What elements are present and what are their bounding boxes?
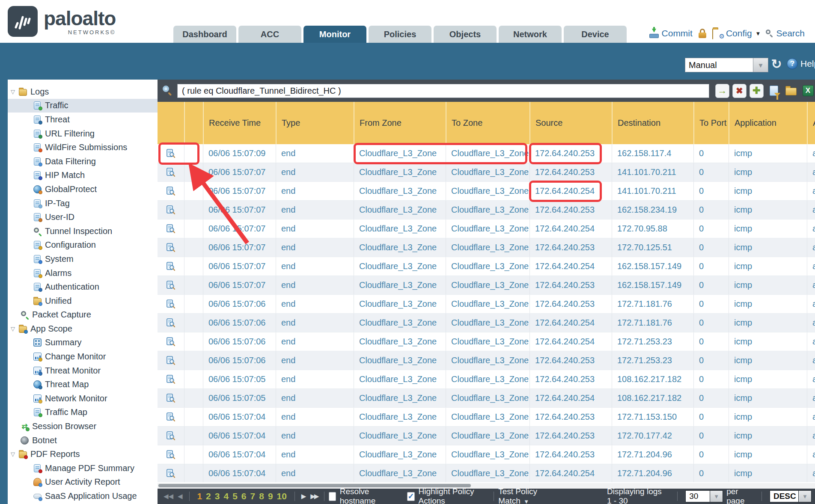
cell-from-zone[interactable]: Cloudflare_L3_Zone [354,427,446,445]
cell-type[interactable]: end [276,389,354,407]
cell-type[interactable]: end [276,351,354,370]
cell-receive-time[interactable]: 06/06 15:07:07 [203,163,276,181]
cell-action[interactable]: a [807,370,815,388]
cell-action[interactable]: a [807,427,815,445]
cell-receive-time[interactable]: 06/06 15:07:04 [203,464,276,482]
column-header-to-zone[interactable]: To Zone [446,102,529,144]
cell-destination[interactable]: 108.162.217.182 [612,389,693,407]
cell-to-zone[interactable]: Cloudflare_L3_Zone [446,408,529,426]
cell-from-zone[interactable]: Cloudflare_L3_Zone [354,370,446,388]
sort-order-arrow-icon[interactable]: ▼ [799,490,812,502]
log-detail-icon[interactable] [158,370,184,388]
cell-receive-time[interactable]: 06/06 15:07:04 [203,427,276,445]
cell-destination[interactable]: 172.71.253.23 [612,332,693,351]
column-header-destination[interactable]: Destination [612,102,693,144]
cell-source[interactable]: 172.64.240.253 [529,427,612,445]
page-number-1[interactable]: 1 [197,491,202,501]
cell-type[interactable]: end [276,370,354,388]
cell-receive-time[interactable]: 06/06 15:07:09 [203,144,276,163]
cell-destination[interactable]: 172.71.204.96 [612,464,693,482]
cell-receive-time[interactable]: 06/06 15:07:07 [203,257,276,276]
cell-action[interactable]: a [807,219,815,238]
last-page-button[interactable]: ▶▶ [310,492,318,500]
cell-to-zone[interactable]: Cloudflare_L3_Zone [446,445,529,464]
cell-from-zone[interactable]: Cloudflare_L3_Zone [354,332,446,351]
filter-query-input[interactable] [177,84,709,98]
cell-application[interactable]: icmp [729,370,807,388]
cell-to-port[interactable]: 0 [693,427,729,445]
cell-to-port[interactable]: 0 [693,445,729,464]
sidebar-item-globalprotect[interactable]: GlobalProtect [8,182,158,196]
tab-dashboard[interactable]: Dashboard [173,26,236,43]
cell-to-port[interactable]: 0 [693,370,729,388]
cell-receive-time[interactable]: 06/06 15:07:05 [203,389,276,407]
tree-expander-icon[interactable]: ▽ [9,326,16,332]
cell-action[interactable]: a [807,389,815,407]
lock-icon[interactable] [699,29,706,38]
page-number-3[interactable]: 3 [215,491,220,501]
cell-destination[interactable]: 108.162.217.182 [612,370,693,388]
clear-filter-button[interactable]: ✖ [732,84,747,98]
cell-destination[interactable]: 162.158.117.4 [612,144,693,163]
add-filter-button[interactable]: ✚ [750,84,764,98]
cell-type[interactable]: end [276,314,354,332]
save-filter-button[interactable] [767,84,781,98]
cell-destination[interactable]: 172.70.125.51 [612,238,693,257]
sidebar-item-threat-map[interactable]: Threat Map [8,377,158,391]
cell-application[interactable]: icmp [729,332,807,351]
cell-type[interactable]: end [276,219,354,238]
log-detail-icon[interactable] [158,257,184,276]
cell-type[interactable]: end [276,464,354,482]
page-number-5[interactable]: 5 [232,491,238,501]
cell-to-port[interactable]: 0 [693,182,729,200]
cell-application[interactable]: icmp [729,389,807,407]
cell-from-zone[interactable]: Cloudflare_L3_Zone [354,351,446,370]
cell-action[interactable]: a [807,182,815,200]
test-policy-match-button[interactable]: Test Policy Match ▼ [498,487,554,504]
cell-application[interactable]: icmp [729,144,807,163]
cell-source[interactable]: 172.64.240.254 [529,257,612,276]
cell-receive-time[interactable]: 06/06 15:07:07 [203,276,276,294]
tab-network[interactable]: Network [499,26,562,43]
cell-application[interactable]: icmp [729,182,807,200]
cell-receive-time[interactable]: 06/06 15:07:04 [203,408,276,426]
log-detail-icon[interactable] [158,464,184,482]
sidebar-item-threat[interactable]: Threat [8,113,158,127]
cell-application[interactable]: icmp [729,276,807,294]
sidebar-item-change-monitor[interactable]: Change Monitor [8,350,158,364]
column-header-to-port[interactable]: To Port [693,102,729,144]
cell-to-port[interactable]: 0 [693,257,729,276]
log-detail-icon[interactable] [158,351,184,370]
cell-source[interactable]: 172.64.240.254 [529,182,612,200]
log-detail-icon[interactable] [158,276,184,294]
cell-application[interactable]: icmp [729,314,807,332]
tab-acc[interactable]: ACC [238,26,301,43]
cell-receive-time[interactable]: 06/06 15:07:06 [203,295,276,313]
per-page-dropdown[interactable]: 30 ▼ [685,490,723,502]
cell-application[interactable]: icmp [729,201,807,219]
cell-destination[interactable]: 162.158.157.149 [612,276,693,294]
sidebar-item-session-browser[interactable]: ⇄Session Browser [8,419,158,433]
sidebar-item-url-filtering[interactable]: URL Filtering [8,127,158,141]
cell-destination[interactable]: 172.71.253.23 [612,351,693,370]
cell-action[interactable]: a [807,464,815,482]
cell-type[interactable]: end [276,182,354,200]
cell-to-port[interactable]: 0 [693,389,729,407]
cell-to-port[interactable]: 0 [693,408,729,426]
cell-to-zone[interactable]: Cloudflare_L3_Zone [446,389,529,407]
log-detail-icon[interactable] [158,427,184,445]
search-button[interactable]: Search [766,28,805,39]
apply-filter-button[interactable]: → [715,84,729,98]
cell-from-zone[interactable]: Cloudflare_L3_Zone [354,219,446,238]
cell-application[interactable]: icmp [729,238,807,257]
cell-action[interactable]: a [807,445,815,464]
cell-to-port[interactable]: 0 [693,276,729,294]
sidebar-item-ip-tag[interactable]: IP-Tag [8,196,158,210]
cell-from-zone[interactable]: Cloudflare_L3_Zone [354,295,446,313]
page-number-10[interactable]: 10 [277,491,287,501]
log-detail-icon[interactable] [158,163,184,181]
cell-source[interactable]: 172.64.240.254 [529,332,612,351]
cell-to-port[interactable]: 0 [693,295,729,313]
log-detail-icon[interactable] [158,332,184,351]
export-csv-button[interactable]: X [801,84,815,98]
